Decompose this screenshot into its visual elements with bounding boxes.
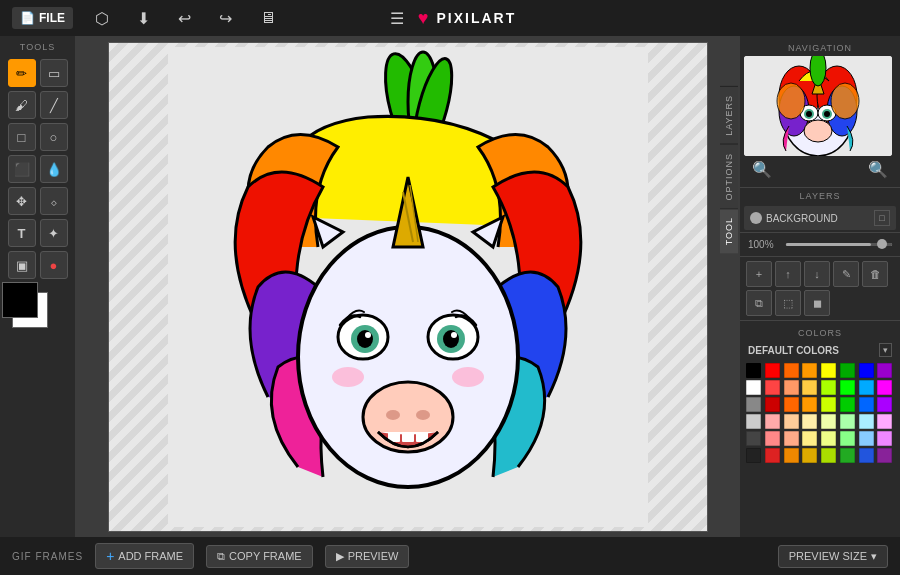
color-cell[interactable] — [877, 448, 892, 463]
color-cell[interactable] — [821, 414, 836, 429]
color-cell[interactable] — [802, 448, 817, 463]
download-button[interactable]: ⬇ — [131, 7, 156, 30]
edit-layer-btn[interactable]: ✎ — [833, 261, 859, 287]
rect-tool[interactable]: □ — [8, 123, 36, 151]
color-cell[interactable] — [877, 431, 892, 446]
undo-button[interactable]: ↩ — [172, 7, 197, 30]
color-cell[interactable] — [784, 380, 799, 395]
layer-menu-btn[interactable]: □ — [874, 210, 890, 226]
eyedropper-tool[interactable]: 💧 — [40, 155, 68, 183]
color-cell[interactable] — [859, 380, 874, 395]
color-cell[interactable] — [765, 397, 780, 412]
paint-tool[interactable]: 🖌 — [8, 91, 36, 119]
color-cell[interactable] — [859, 431, 874, 446]
move-up-btn[interactable]: ↑ — [775, 261, 801, 287]
color-cell[interactable] — [802, 380, 817, 395]
color-cell[interactable] — [746, 431, 761, 446]
color-cell[interactable] — [802, 397, 817, 412]
color-cell[interactable] — [859, 414, 874, 429]
color-cell[interactable] — [877, 397, 892, 412]
color-cell[interactable] — [802, 363, 817, 378]
color-cell[interactable] — [802, 414, 817, 429]
color-cell[interactable] — [840, 363, 855, 378]
layer-options-btn[interactable]: ◼ — [804, 290, 830, 316]
color-cell[interactable] — [877, 380, 892, 395]
color-cell[interactable] — [746, 380, 761, 395]
fill-tool[interactable]: ⬛ — [8, 155, 36, 183]
options-side-tab[interactable]: OPTIONS — [720, 144, 738, 209]
navigation-section: NAVIGATION — [740, 36, 900, 188]
text-tool[interactable]: T — [8, 219, 36, 247]
color-cell[interactable] — [784, 431, 799, 446]
pencil-tool[interactable]: ✏ — [8, 59, 36, 87]
star-tool[interactable]: ✦ — [40, 219, 68, 247]
zoom-slider[interactable] — [786, 243, 892, 246]
copy-frame-label: COPY FRAME — [229, 550, 302, 562]
color-cell[interactable] — [821, 448, 836, 463]
move-tool[interactable]: ✥ — [8, 187, 36, 215]
color-cell[interactable] — [877, 414, 892, 429]
color-cell[interactable] — [765, 431, 780, 446]
tool-side-tab[interactable]: TOOL — [720, 208, 738, 253]
move-down-btn[interactable]: ↓ — [804, 261, 830, 287]
copy-frame-button[interactable]: ⧉ COPY FRAME — [206, 545, 313, 568]
color-cell[interactable] — [746, 448, 761, 463]
bottom-bar: GIF FRAMES + ADD FRAME ⧉ COPY FRAME ▶ PR… — [0, 537, 900, 575]
share-button[interactable]: ⬡ — [89, 7, 115, 30]
checker-tool[interactable]: ▣ — [8, 251, 36, 279]
spray-tool[interactable]: ● — [40, 251, 68, 279]
layer-item[interactable]: BACKGROUND □ — [744, 206, 896, 230]
layers-side-tab[interactable]: LAYERS — [720, 86, 738, 144]
color-cell[interactable] — [746, 397, 761, 412]
color-cell[interactable] — [784, 363, 799, 378]
marquee-tool[interactable]: ⬦ — [40, 187, 68, 215]
color-cell[interactable] — [765, 448, 780, 463]
color-cell[interactable] — [840, 380, 855, 395]
color-cell[interactable] — [746, 363, 761, 378]
monitor-button[interactable]: 🖥 — [254, 7, 282, 29]
color-cell[interactable] — [877, 363, 892, 378]
color-cell[interactable] — [821, 380, 836, 395]
color-cell[interactable] — [784, 397, 799, 412]
color-cell[interactable] — [746, 414, 761, 429]
duplicate-layer-btn[interactable]: ⧉ — [746, 290, 772, 316]
zoom-in-button[interactable]: 🔍 — [868, 160, 888, 179]
color-cell[interactable] — [802, 431, 817, 446]
canvas-area[interactable] — [75, 36, 740, 537]
color-cell[interactable] — [821, 397, 836, 412]
color-cell[interactable] — [765, 363, 780, 378]
color-cell[interactable] — [859, 448, 874, 463]
zoom-out-button[interactable]: 🔍 — [752, 160, 772, 179]
add-frame-button[interactable]: + ADD FRAME — [95, 543, 194, 569]
color-cell[interactable] — [840, 431, 855, 446]
foreground-color-swatch[interactable] — [2, 282, 38, 318]
line-tool[interactable]: ╱ — [40, 91, 68, 119]
merge-layer-btn[interactable]: ⬚ — [775, 290, 801, 316]
color-cell[interactable] — [859, 363, 874, 378]
colors-dropdown-btn[interactable]: ▾ — [879, 343, 892, 357]
color-cell[interactable] — [840, 414, 855, 429]
add-layer-btn[interactable]: + — [746, 261, 772, 287]
canvas-image[interactable] — [109, 43, 707, 531]
layer-visibility-toggle[interactable] — [750, 212, 762, 224]
file-button[interactable]: 📄 FILE — [12, 7, 73, 29]
color-cell[interactable] — [821, 363, 836, 378]
zoom-slider-thumb[interactable] — [877, 239, 887, 249]
color-cell[interactable] — [840, 448, 855, 463]
navigation-preview[interactable] — [744, 56, 892, 156]
redo-button[interactable]: ↪ — [213, 7, 238, 30]
color-cell[interactable] — [784, 414, 799, 429]
color-cell[interactable] — [821, 431, 836, 446]
color-cell[interactable] — [765, 380, 780, 395]
tool-row-4: ⬛ 💧 — [8, 155, 68, 183]
preview-size-button[interactable]: PREVIEW SIZE ▾ — [778, 545, 888, 568]
ellipse-tool[interactable]: ○ — [40, 123, 68, 151]
color-cell[interactable] — [765, 414, 780, 429]
color-cell[interactable] — [784, 448, 799, 463]
eraser-tool[interactable]: ▭ — [40, 59, 68, 87]
delete-layer-btn[interactable]: 🗑 — [862, 261, 888, 287]
color-cell[interactable] — [859, 397, 874, 412]
preview-button[interactable]: ▶ PREVIEW — [325, 545, 410, 568]
color-cell[interactable] — [840, 397, 855, 412]
menu-button[interactable]: ☰ — [384, 7, 410, 30]
